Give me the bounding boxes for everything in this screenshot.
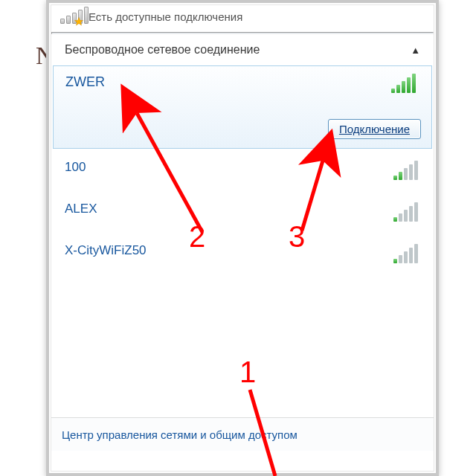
open-network-center-link[interactable]: Центр управления сетями и общим доступом [62,428,298,441]
section-title: Беспроводное сетевое соединение [65,43,260,57]
wireless-section-header[interactable]: Беспроводное сетевое соединение ▲ [51,34,434,65]
signal-strength-icon [393,202,420,222]
flyout-footer: Центр управления сетями и общим доступом [51,417,434,451]
network-item[interactable]: X-CityWiFiZ50 [51,237,434,278]
annotation-number-1: 1 [239,356,256,389]
connect-button[interactable]: Подключение [328,119,421,139]
annotation-number-3: 3 [289,220,305,254]
flyout-header: Есть доступные подключения [51,5,434,32]
network-ssid: ALEX [65,198,420,220]
signal-strength-icon [393,161,420,180]
signal-strength-icon [391,74,418,93]
network-ssid: ZWER [65,71,419,93]
signal-strength-icon [393,244,420,263]
annotation-number-2: 2 [189,220,205,254]
network-flyout-panel: Есть доступные подключения Беспроводное … [46,0,439,476]
chevron-up-icon: ▲ [411,45,420,56]
network-item[interactable]: ALEX [51,195,434,237]
network-status-icon [60,7,81,25]
status-text: Есть доступные подключения [89,10,425,23]
list-empty-area [51,278,434,417]
svg-marker-0 [75,18,83,26]
network-ssid: 100 [65,156,420,178]
network-item-selected[interactable]: ZWER Подключение [53,65,432,149]
network-item[interactable]: 100 [51,153,434,195]
network-ssid: X-CityWiFiZ50 [65,239,420,262]
panel-inner: Есть доступные подключения Беспроводное … [51,4,434,472]
